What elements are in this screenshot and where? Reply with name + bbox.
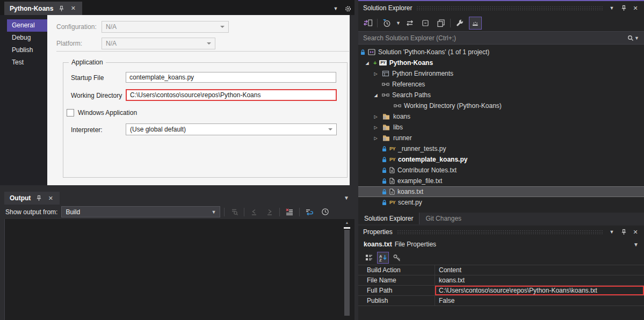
- collapse-all-icon[interactable]: [419, 17, 432, 30]
- chevron-down-icon[interactable]: ▼: [634, 35, 639, 41]
- window-position-chevron-icon[interactable]: ▼: [608, 228, 616, 236]
- scroll-up-arrow-icon[interactable]: ▲: [343, 220, 351, 226]
- window-position-chevron-icon[interactable]: ▼: [608, 4, 616, 12]
- expanded-arrow-icon[interactable]: ◢: [364, 61, 371, 66]
- tree-item-label: References: [392, 81, 425, 88]
- sidebar-item-general[interactable]: General: [7, 19, 47, 32]
- startup-file-input[interactable]: contemplate_koans.py: [126, 72, 336, 83]
- solution-explorer-search-input[interactable]: Search Solution Explorer (Ctrl+;) ▼: [358, 31, 644, 45]
- tab-list-chevron-icon[interactable]: ▼: [332, 5, 339, 12]
- platform-dropdown[interactable]: N/A: [102, 38, 215, 49]
- tree-item[interactable]: ◢+PYPython-Koans: [358, 57, 644, 68]
- alphabetical-sort-icon[interactable]: AZ: [377, 252, 389, 264]
- collapsed-arrow-icon[interactable]: ▷: [372, 71, 379, 76]
- gear-icon[interactable]: [344, 5, 352, 12]
- pin-icon[interactable]: [35, 194, 42, 202]
- close-icon[interactable]: ✕: [69, 5, 77, 12]
- sidebar-item-test[interactable]: Test: [7, 56, 47, 69]
- scrollbar-track[interactable]: [344, 230, 350, 316]
- property-value[interactable]: koans.txt: [435, 275, 644, 285]
- timestamp-icon[interactable]: [319, 207, 331, 217]
- sidebar-item-debug[interactable]: Debug: [7, 32, 47, 44]
- output-scrollbar[interactable]: ▲: [343, 220, 351, 319]
- tool-window-tab-solution-explorer[interactable]: Solution Explorer: [358, 213, 419, 224]
- tree-item[interactable]: References: [358, 79, 644, 90]
- tree-item[interactable]: ▷runner: [358, 133, 644, 143]
- tree-item[interactable]: PYscent.py: [358, 197, 644, 208]
- preview-selected-items-icon[interactable]: [469, 17, 482, 30]
- sidebar-item-publish[interactable]: Publish: [7, 44, 47, 56]
- tree-item[interactable]: PYcontemplate_koans.py: [358, 154, 644, 165]
- chevron-down-icon: [328, 128, 332, 130]
- tree-item[interactable]: Solution 'Python-Koans' (1 of 1 project): [358, 47, 644, 57]
- lock-icon: [382, 178, 387, 184]
- property-value[interactable]: C:\Users\contoso\source\repos\Python-Koa…: [435, 286, 644, 295]
- solution-explorer-title-bar[interactable]: Solution Explorer ▼ ✕: [358, 1, 644, 15]
- collapsed-arrow-icon[interactable]: ▷: [372, 125, 379, 130]
- separator: [450, 19, 451, 27]
- tree-item-label: example_file.txt: [397, 177, 442, 185]
- output-toolbar: Show output from: Build ▼: [0, 205, 354, 219]
- tool-window-tab-git-changes[interactable]: Git Changes: [419, 213, 467, 224]
- show-output-from-label: Show output from:: [5, 208, 57, 216]
- property-pages-key-icon[interactable]: [391, 252, 403, 264]
- interpreter-dropdown[interactable]: (Use global default): [126, 123, 337, 135]
- previous-message-icon[interactable]: [248, 207, 260, 217]
- solution-explorer-title: Solution Explorer: [363, 4, 412, 12]
- tree-item[interactable]: Working Directory (Python-Koans): [358, 100, 644, 111]
- expanded-arrow-icon[interactable]: ◢: [372, 93, 379, 98]
- configuration-dropdown[interactable]: N/A: [102, 21, 229, 33]
- clear-all-icon[interactable]: [284, 207, 295, 217]
- properties-wrench-icon[interactable]: [453, 17, 466, 30]
- panel-menu-chevron-icon[interactable]: ▼: [344, 195, 349, 201]
- next-message-icon[interactable]: [264, 207, 276, 217]
- working-directory-input[interactable]: C:\Users\contoso\source\repos\Python-Koa…: [126, 89, 337, 101]
- output-tab[interactable]: Output ✕: [4, 192, 60, 205]
- sync-with-active-document-icon[interactable]: [361, 17, 374, 30]
- drag-texture: [397, 230, 604, 235]
- tool-window-tabs: Solution ExplorerGit Changes: [358, 213, 644, 224]
- pin-icon[interactable]: [620, 4, 627, 12]
- scrollbar-thumb[interactable]: [344, 227, 350, 229]
- output-source-value: Build: [66, 208, 211, 216]
- collapsed-arrow-icon[interactable]: ▷: [372, 136, 379, 141]
- tree-item[interactable]: ▷libs: [358, 122, 644, 133]
- windows-application-checkbox[interactable]: [67, 109, 74, 117]
- lock-icon: [360, 49, 365, 55]
- pending-changes-filter-icon[interactable]: [380, 17, 393, 30]
- tree-item[interactable]: example_file.txt: [358, 176, 644, 186]
- copy-documents-icon[interactable]: [435, 17, 447, 30]
- visual-studio-window: Python-Koans ✕ ▼ GeneralDebugPublishTest…: [0, 0, 644, 320]
- property-value[interactable]: Content: [435, 265, 644, 275]
- categorized-icon[interactable]: [363, 252, 375, 264]
- output-source-dropdown[interactable]: Build ▼: [61, 206, 220, 217]
- tree-item[interactable]: ▷koans: [358, 111, 644, 122]
- pin-icon[interactable]: [57, 5, 65, 12]
- pin-icon[interactable]: [620, 228, 627, 236]
- tree-item[interactable]: PY_runner_tests.py: [358, 143, 644, 154]
- chevron-down-icon: [220, 26, 225, 28]
- platform-label: Platform:: [56, 40, 82, 47]
- close-icon[interactable]: ✕: [632, 228, 639, 236]
- text-file-icon: [389, 178, 395, 184]
- property-name: File Name: [358, 275, 435, 285]
- tree-item[interactable]: ▷Python Environments: [358, 68, 644, 79]
- tree-item[interactable]: ◢Search Paths: [358, 90, 644, 100]
- tree-item[interactable]: koans.txt: [358, 186, 644, 197]
- python-file-icon: PY: [389, 146, 395, 151]
- switch-views-icon[interactable]: [403, 17, 416, 30]
- chevron-down-icon[interactable]: ▼: [633, 242, 639, 248]
- document-tab[interactable]: Python-Koans ✕: [4, 2, 82, 15]
- tree-item[interactable]: Contributor Notes.txt: [358, 165, 644, 176]
- collapsed-arrow-icon[interactable]: ▷: [372, 114, 379, 119]
- find-message-icon[interactable]: [228, 207, 240, 217]
- properties-object-selector[interactable]: koans.txt File Properties ▼: [358, 238, 644, 250]
- property-row: File Namekoans.txt: [358, 275, 644, 286]
- close-icon[interactable]: ✕: [47, 194, 54, 202]
- chevron-down-icon[interactable]: ▼: [396, 20, 401, 26]
- word-wrap-icon[interactable]: [303, 207, 315, 217]
- property-value[interactable]: False: [435, 296, 644, 306]
- properties-title-bar[interactable]: Properties ▼ ✕: [358, 226, 644, 238]
- close-icon[interactable]: ✕: [632, 4, 639, 12]
- search-icon[interactable]: [627, 34, 634, 42]
